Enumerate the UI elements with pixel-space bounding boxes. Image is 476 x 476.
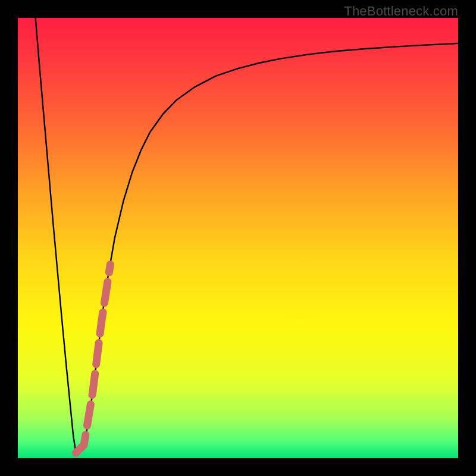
plot-area [18,18,458,458]
watermark-text: TheBottleneck.com [344,4,458,19]
gradient-background [18,18,458,458]
chart-frame: TheBottleneck.com [0,0,476,476]
chart-svg [18,18,458,458]
